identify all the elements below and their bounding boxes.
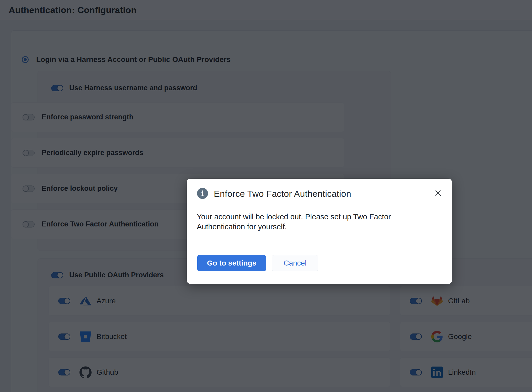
modal-body-text: Your account will be locked out. Please …: [197, 212, 407, 232]
two-factor-modal: i Enforce Two Factor Authentication Your…: [187, 179, 452, 284]
info-icon: i: [197, 188, 208, 199]
go-to-settings-button[interactable]: Go to settings: [197, 255, 266, 271]
modal-actions: Go to settings Cancel: [197, 255, 318, 271]
cancel-button[interactable]: Cancel: [272, 255, 318, 271]
authentication-configuration-page: Authentication: Configuration Login via …: [0, 0, 532, 392]
modal-title: Enforce Two Factor Authentication: [214, 188, 351, 199]
close-icon[interactable]: [434, 189, 442, 197]
